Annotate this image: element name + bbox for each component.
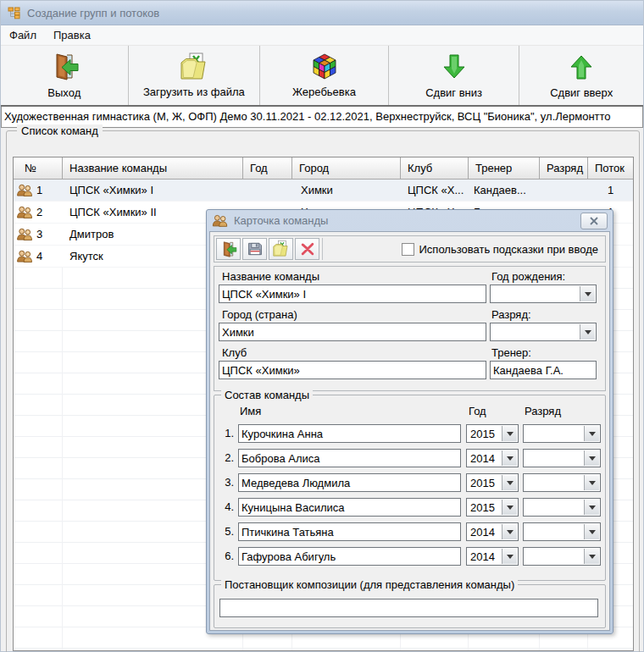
- hints-checkbox[interactable]: [402, 243, 414, 256]
- birth-year-select[interactable]: [490, 285, 597, 303]
- team-trainer-cell: Кандаев...: [469, 184, 540, 196]
- chevron-down-icon[interactable]: [502, 475, 517, 490]
- chevron-down-icon[interactable]: [584, 426, 599, 441]
- load-from-file-label: Загрузить из файла: [143, 86, 245, 98]
- roster-groupbox: Состав команды Имя Год Разряд 1. 2015 2.…: [214, 395, 606, 581]
- dialog-toolbar: Использовать подсказки при вводе: [214, 235, 606, 262]
- exit-button[interactable]: Выход: [1, 46, 129, 105]
- member-year-select[interactable]: 2015: [466, 424, 519, 443]
- column-header-rank[interactable]: Разряд: [540, 157, 588, 179]
- chevron-down-icon[interactable]: [584, 500, 599, 515]
- draw-lots-button[interactable]: Жеребьевка: [260, 46, 389, 105]
- column-header-city[interactable]: Город: [292, 157, 401, 179]
- column-header-club[interactable]: Клуб: [401, 157, 469, 179]
- excel-folder-icon: [179, 52, 209, 81]
- member-year-value: 2014: [470, 452, 495, 465]
- column-header-stream[interactable]: Поток: [588, 157, 633, 179]
- member-year-select[interactable]: 2014: [466, 547, 519, 566]
- trainer-input[interactable]: [490, 361, 597, 379]
- menu-item-file[interactable]: Файл: [1, 26, 45, 44]
- hints-checkbox-label: Использовать подсказки при вводе: [419, 243, 599, 256]
- load-from-file-button[interactable]: Загрузить из файла: [129, 46, 261, 105]
- exit-button-label: Выход: [47, 86, 80, 99]
- member-rank-select[interactable]: [523, 449, 601, 467]
- shift-down-button[interactable]: Сдвиг вниз: [389, 46, 520, 105]
- menu-item-edit[interactable]: Правка: [45, 26, 99, 44]
- member-number: 5.: [219, 525, 234, 538]
- birth-year-label: Год рождения:: [491, 270, 565, 283]
- team-people-icon: [16, 184, 34, 196]
- city-input[interactable]: [219, 323, 486, 341]
- menu-bar: Файл Правка: [1, 25, 643, 46]
- app-icon: [8, 6, 21, 19]
- chevron-down-icon[interactable]: [584, 549, 599, 564]
- chevron-down-icon[interactable]: [502, 524, 517, 539]
- member-name-input[interactable]: [238, 547, 461, 566]
- team-city-cell: Химки: [292, 184, 401, 196]
- team-list-group-label: Список команд: [17, 124, 103, 137]
- close-button[interactable]: [580, 213, 608, 229]
- team-row[interactable]: 1 ЦПСК «Химки» I Химки ЦПСК «Х... Кандае…: [14, 180, 633, 202]
- rank-select[interactable]: [490, 323, 597, 341]
- member-year-value: 2014: [470, 526, 495, 539]
- chevron-down-icon[interactable]: [502, 549, 517, 564]
- dialog-save-button[interactable]: [242, 238, 267, 260]
- team-table-header: № Название команды Год Город Клуб Тренер…: [14, 157, 633, 180]
- member-name-input[interactable]: [238, 449, 461, 467]
- dialog-people-icon: [212, 214, 229, 227]
- member-year-select[interactable]: 2015: [466, 473, 519, 492]
- chevron-down-icon[interactable]: [584, 450, 599, 466]
- member-year-select[interactable]: 2014: [466, 522, 519, 541]
- team-name-input[interactable]: [219, 285, 486, 303]
- team-name-cell: ЦПСК «Химки» I: [63, 184, 243, 196]
- member-number: 3.: [219, 476, 234, 489]
- member-year-value: 2015: [470, 477, 495, 489]
- column-header-trainer[interactable]: Тренер: [469, 157, 540, 179]
- chevron-down-icon[interactable]: [584, 475, 599, 490]
- member-year-select[interactable]: 2014: [466, 449, 519, 467]
- team-card-dialog: Карточка команды Использовать подсказки …: [206, 209, 613, 634]
- composer-groupbox: Постановщик композиции (для представлени…: [214, 584, 606, 628]
- column-header-name[interactable]: Название команды: [63, 157, 243, 179]
- roster-group-label: Состав команды: [221, 389, 313, 401]
- team-people-icon: [16, 250, 34, 262]
- member-rank-select[interactable]: [523, 547, 601, 566]
- member-rank-select[interactable]: [523, 473, 601, 492]
- member-rank-select[interactable]: [523, 498, 601, 517]
- column-header-year[interactable]: Год: [243, 157, 292, 179]
- main-toolbar: Выход Загрузить из файла Жеребьевка Сдви…: [1, 46, 643, 107]
- chevron-down-icon[interactable]: [580, 286, 595, 301]
- member-name-input[interactable]: [238, 498, 461, 517]
- member-name-input[interactable]: [238, 424, 461, 443]
- city-label: Город (страна): [222, 308, 297, 321]
- dialog-exit-button[interactable]: [216, 238, 241, 260]
- rubik-cube-icon: [310, 52, 339, 81]
- member-number: 2.: [219, 451, 234, 464]
- window-title: Создание групп и потоков: [27, 7, 159, 19]
- column-header-num[interactable]: №: [14, 157, 63, 179]
- chevron-down-icon[interactable]: [580, 324, 595, 340]
- dialog-load-button[interactable]: [269, 238, 293, 260]
- member-name-input[interactable]: [238, 473, 461, 492]
- roster-rank-header: Разряд: [525, 405, 561, 417]
- team-stream-cell: 1: [588, 184, 633, 196]
- dialog-client-area: Использовать подсказки при вводе Названи…: [209, 231, 610, 631]
- shift-up-button[interactable]: Сдвиг вверх: [519, 46, 643, 105]
- shift-up-label: Сдвиг вверх: [550, 86, 613, 99]
- exit-door-icon: [49, 52, 80, 82]
- chevron-down-icon[interactable]: [502, 426, 517, 441]
- chevron-down-icon[interactable]: [502, 450, 517, 466]
- member-name-input[interactable]: [238, 522, 461, 541]
- member-year-select[interactable]: 2015: [466, 498, 519, 517]
- composer-input[interactable]: [219, 599, 598, 617]
- dialog-delete-button[interactable]: [295, 238, 319, 260]
- team-number: 3: [36, 228, 42, 240]
- team-number: 2: [36, 206, 42, 218]
- team-people-icon: [16, 228, 34, 240]
- club-input[interactable]: [219, 361, 486, 379]
- member-rank-select[interactable]: [523, 424, 601, 443]
- chevron-down-icon[interactable]: [584, 524, 599, 539]
- grid-line: [62, 268, 63, 650]
- member-rank-select[interactable]: [523, 522, 601, 541]
- chevron-down-icon[interactable]: [502, 500, 517, 515]
